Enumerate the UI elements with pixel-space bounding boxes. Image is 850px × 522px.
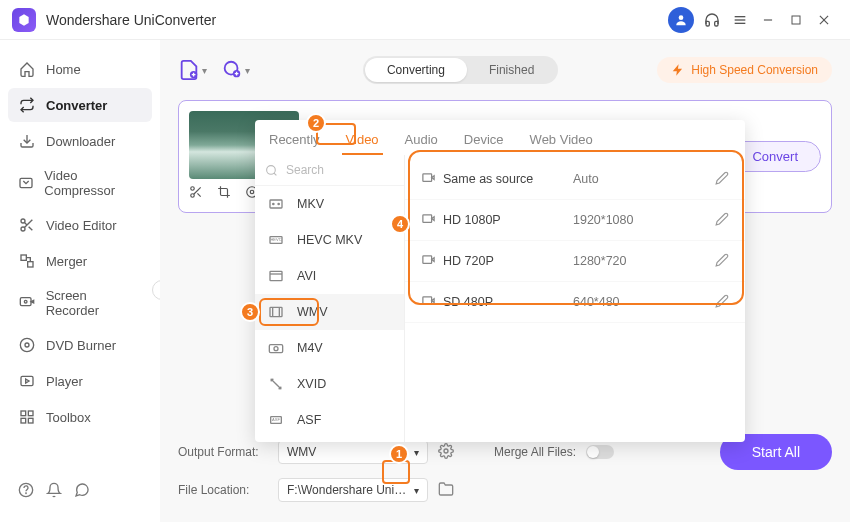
sidebar-item-downloader[interactable]: Downloader bbox=[8, 124, 152, 158]
popup-tab-device[interactable]: Device bbox=[460, 126, 508, 155]
svg-rect-16 bbox=[28, 262, 33, 267]
resolution-1080p[interactable]: HD 1080P1920*1080 bbox=[405, 200, 745, 241]
merge-toggle[interactable] bbox=[586, 445, 614, 459]
sidebar-item-compressor[interactable]: Video Compressor bbox=[8, 160, 152, 206]
format-xvid[interactable]: XVID bbox=[255, 366, 404, 402]
popup-tab-webvideo[interactable]: Web Video bbox=[526, 126, 597, 155]
svg-rect-25 bbox=[21, 418, 26, 423]
home-icon bbox=[18, 60, 36, 78]
format-avi[interactable]: AVI bbox=[255, 258, 404, 294]
popup-tab-video[interactable]: Video bbox=[342, 126, 383, 155]
file-location-dropdown[interactable]: F:\Wondershare UniConverter ▾ bbox=[278, 478, 428, 502]
video-icon bbox=[421, 170, 443, 188]
disc-icon bbox=[18, 336, 36, 354]
sidebar-item-converter[interactable]: Converter bbox=[8, 88, 152, 122]
sidebar-item-recorder[interactable]: Screen Recorder bbox=[8, 280, 152, 326]
svg-point-39 bbox=[267, 165, 276, 174]
sidebar-item-label: Video Compressor bbox=[44, 168, 142, 198]
format-asf[interactable]: ASFASF bbox=[255, 402, 404, 438]
feedback-icon[interactable] bbox=[74, 482, 90, 502]
sidebar-item-label: Home bbox=[46, 62, 81, 77]
edit-icon[interactable] bbox=[715, 253, 729, 270]
sidebar-item-label: Screen Recorder bbox=[46, 288, 142, 318]
resolution-480p[interactable]: SD 480P640*480 bbox=[405, 282, 745, 323]
content-topbar: ▾ ▾ Converting Finished High Speed Conve… bbox=[178, 50, 832, 90]
annotation-2: 2 bbox=[306, 113, 326, 133]
crop-icon[interactable] bbox=[217, 185, 231, 202]
trim-icon[interactable] bbox=[189, 185, 203, 202]
app-title: Wondershare UniConverter bbox=[46, 12, 216, 28]
svg-point-33 bbox=[191, 194, 195, 198]
edit-icon[interactable] bbox=[715, 171, 729, 188]
sidebar-item-home[interactable]: Home bbox=[8, 52, 152, 86]
format-search[interactable]: Search bbox=[255, 155, 404, 186]
svg-point-18 bbox=[24, 300, 27, 303]
format-popup: Recently Video Audio Device Web Video Se… bbox=[255, 120, 745, 442]
compressor-icon bbox=[18, 174, 34, 192]
menu-icon[interactable] bbox=[726, 6, 754, 34]
video-icon bbox=[421, 252, 443, 270]
svg-point-52 bbox=[274, 347, 278, 351]
sidebar-item-dvd[interactable]: DVD Burner bbox=[8, 328, 152, 362]
sidebar-item-player[interactable]: Player bbox=[8, 364, 152, 398]
compress-icon bbox=[267, 376, 285, 392]
svg-rect-15 bbox=[21, 255, 26, 260]
sidebar-item-label: DVD Burner bbox=[46, 338, 116, 353]
hevc-icon: HEVC bbox=[267, 232, 285, 248]
download-icon bbox=[18, 132, 36, 150]
edit-icon[interactable] bbox=[715, 294, 729, 311]
svg-line-40 bbox=[274, 173, 276, 175]
sidebar-item-toolbox[interactable]: Toolbox bbox=[8, 400, 152, 434]
settings-icon[interactable] bbox=[438, 443, 454, 462]
bell-icon[interactable] bbox=[46, 482, 62, 502]
maximize-button[interactable] bbox=[782, 6, 810, 34]
output-format-value: WMV bbox=[287, 445, 316, 459]
svg-point-11 bbox=[21, 227, 25, 231]
sidebar-item-label: Converter bbox=[46, 98, 107, 113]
format-m4v[interactable]: M4V bbox=[255, 330, 404, 366]
svg-rect-24 bbox=[28, 411, 33, 416]
format-hevcmkv[interactable]: HEVCHEVC MKV bbox=[255, 222, 404, 258]
sidebar-item-label: Video Editor bbox=[46, 218, 117, 233]
tab-finished[interactable]: Finished bbox=[467, 58, 556, 82]
resolution-720p[interactable]: HD 720P1280*720 bbox=[405, 241, 745, 282]
add-file-button[interactable]: ▾ bbox=[178, 59, 207, 81]
sidebar-item-label: Merger bbox=[46, 254, 87, 269]
sidebar-item-label: Toolbox bbox=[46, 410, 91, 425]
format-wmv[interactable]: WMV bbox=[255, 294, 404, 330]
headset-icon[interactable] bbox=[698, 6, 726, 34]
format-mkv[interactable]: MKV bbox=[255, 186, 404, 222]
edit-icon[interactable] bbox=[715, 212, 729, 229]
svg-rect-17 bbox=[20, 298, 31, 306]
svg-line-53 bbox=[271, 379, 282, 390]
resolution-same[interactable]: Same as sourceAuto bbox=[405, 159, 745, 200]
sidebar-item-merger[interactable]: Merger bbox=[8, 244, 152, 278]
user-avatar[interactable] bbox=[668, 7, 694, 33]
svg-line-13 bbox=[29, 227, 33, 231]
popup-tab-audio[interactable]: Audio bbox=[401, 126, 442, 155]
svg-marker-22 bbox=[26, 379, 29, 383]
add-url-button[interactable]: ▾ bbox=[221, 59, 250, 81]
svg-point-37 bbox=[250, 190, 254, 194]
svg-rect-56 bbox=[423, 174, 432, 182]
merge-label: Merge All Files: bbox=[494, 445, 576, 459]
svg-point-42 bbox=[273, 203, 274, 204]
svg-rect-26 bbox=[28, 418, 33, 423]
svg-point-43 bbox=[278, 203, 279, 204]
titlebar: Wondershare UniConverter bbox=[0, 0, 850, 40]
svg-text:ASF: ASF bbox=[272, 417, 280, 422]
chevron-down-icon: ▾ bbox=[414, 447, 419, 458]
output-format-label: Output Format: bbox=[178, 445, 268, 459]
sidebar-item-editor[interactable]: Video Editor bbox=[8, 208, 152, 242]
folder-icon[interactable] bbox=[438, 481, 454, 500]
minimize-button[interactable] bbox=[754, 6, 782, 34]
svg-point-20 bbox=[25, 343, 29, 347]
close-button[interactable] bbox=[810, 6, 838, 34]
file-location-value: F:\Wondershare UniConverter bbox=[287, 483, 414, 497]
help-icon[interactable] bbox=[18, 482, 34, 502]
svg-rect-41 bbox=[270, 200, 282, 208]
high-speed-toggle[interactable]: High Speed Conversion bbox=[657, 57, 832, 83]
svg-line-14 bbox=[24, 222, 27, 225]
tab-converting[interactable]: Converting bbox=[365, 58, 467, 82]
sidebar-item-label: Downloader bbox=[46, 134, 115, 149]
